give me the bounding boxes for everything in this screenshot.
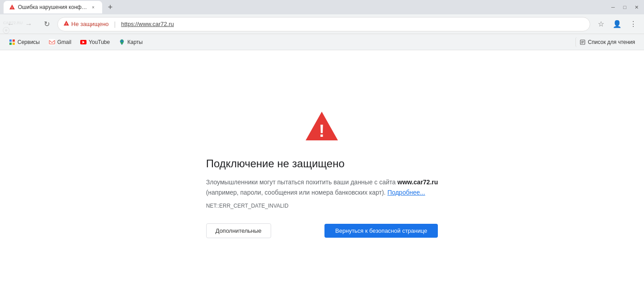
error-description-before: Злоумышленники могут пытаться похитить в… — [206, 178, 398, 186]
security-label: Не защищено — [71, 21, 109, 27]
advanced-button[interactable]: Дополнительные — [206, 223, 271, 238]
error-site-name: www.car72.ru — [398, 178, 438, 186]
back-to-safety-button[interactable]: Вернуться к безопасной странице — [324, 224, 438, 238]
error-icon-area: ! — [206, 108, 438, 144]
bookmark-services[interactable]: Сервисы — [5, 37, 43, 47]
reading-list-icon — [579, 39, 586, 45]
svg-text:!: ! — [12, 6, 13, 9]
tab-bar: ! Ошибка нарушения конфиден... × + — [4, 1, 609, 13]
svg-rect-6 — [9, 43, 12, 45]
bookmark-youtube[interactable]: YouTube — [77, 37, 113, 47]
bookmark-gmail[interactable]: Gmail — [45, 37, 75, 47]
svg-rect-8 — [49, 39, 55, 45]
forward-button[interactable]: → — [22, 17, 36, 31]
bookmarks-bar: Сервисы Gmail YouTube Карты — [0, 34, 644, 50]
warning-icon: ! — [63, 20, 69, 28]
svg-rect-7 — [13, 43, 15, 45]
address-input[interactable]: ! Не защищено | https://www.car72.ru — [57, 17, 590, 31]
maximize-button[interactable]: □ — [621, 3, 629, 11]
addressbar: ← → ↻ ! Не защищено | https://www.car72.… — [0, 14, 644, 34]
svg-rect-5 — [13, 39, 15, 42]
window-controls: ─ □ ✕ — [609, 3, 640, 11]
minimize-button[interactable]: ─ — [609, 3, 617, 11]
bookmark-star-button[interactable]: ☆ — [594, 17, 608, 31]
active-tab[interactable]: ! Ошибка нарушения конфиден... × — [4, 1, 102, 13]
address-separator: | — [114, 21, 116, 28]
tab-favicon: ! — [9, 4, 15, 10]
grid-icon — [9, 39, 15, 45]
gmail-label: Gmail — [57, 39, 71, 45]
error-title: Подключение не защищено — [206, 157, 345, 170]
addressbar-right: ☆ 👤 ⋮ — [594, 17, 640, 31]
svg-text:!: ! — [319, 121, 325, 140]
error-triangle-icon: ! — [304, 108, 340, 144]
refresh-button[interactable]: ↻ — [39, 17, 54, 31]
reading-list-label: Список для чтения — [588, 39, 635, 45]
titlebar: ! Ошибка нарушения конфиден... × + ─ □ ✕ — [0, 0, 644, 14]
tab-title-text: Ошибка нарушения конфиден... — [18, 4, 87, 10]
back-button[interactable]: ← — [4, 17, 18, 31]
new-tab-button[interactable]: + — [104, 1, 117, 13]
svg-rect-4 — [9, 39, 12, 42]
address-url: https://www.car72.ru — [121, 21, 174, 27]
svg-text:!: ! — [66, 22, 67, 26]
error-buttons: Дополнительные Вернуться к безопасной ст… — [206, 223, 438, 238]
profile-button[interactable]: 👤 — [610, 17, 624, 31]
menu-button[interactable]: ⋮ — [626, 17, 640, 31]
page-content: ! Подключение не защищено Злоумышленники… — [0, 50, 644, 296]
youtube-label: YouTube — [89, 39, 110, 45]
services-label: Сервисы — [17, 39, 40, 45]
maps-icon — [119, 39, 125, 45]
security-warning: ! Не защищено — [63, 20, 109, 28]
gmail-icon — [49, 39, 55, 45]
youtube-icon — [80, 39, 86, 45]
error-description-after: (например, пароли, сообщения или номера … — [206, 189, 388, 196]
close-button[interactable]: ✕ — [632, 3, 640, 11]
svg-point-11 — [121, 40, 123, 42]
maps-label: Карты — [127, 39, 143, 45]
tab-close-button[interactable]: × — [90, 4, 97, 11]
error-container: ! Подключение не защищено Злоумышленники… — [197, 99, 447, 247]
reading-list-button[interactable]: Список для чтения — [575, 37, 639, 47]
bookmark-maps[interactable]: Карты — [115, 37, 146, 47]
error-description: Злоумышленники могут пытаться похитить в… — [206, 177, 438, 197]
learn-more-link[interactable]: Подробнее... — [387, 189, 425, 196]
error-code: NET::ERR_CERT_DATE_INVALID — [206, 203, 289, 209]
